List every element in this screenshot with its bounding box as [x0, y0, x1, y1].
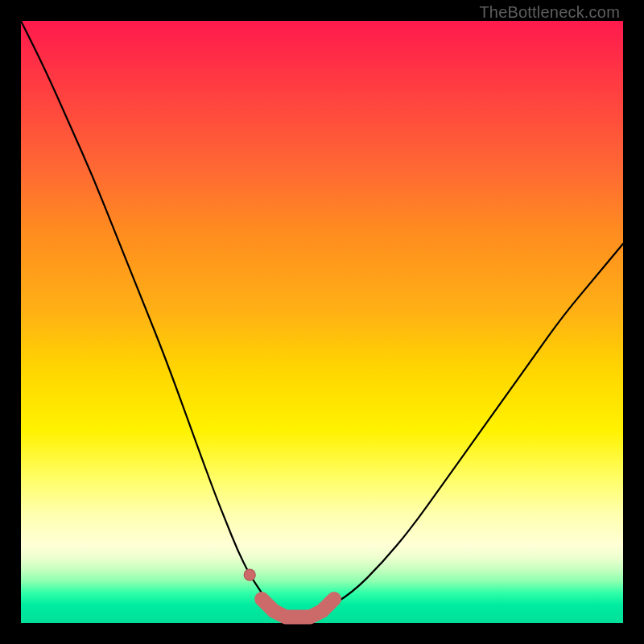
chart-frame: TheBottleneck.com [0, 0, 644, 644]
plot-area [21, 21, 623, 623]
optimal-marker-group [21, 21, 623, 623]
optimal-marker-dot [244, 569, 255, 580]
watermark-label: TheBottleneck.com [479, 3, 620, 22]
